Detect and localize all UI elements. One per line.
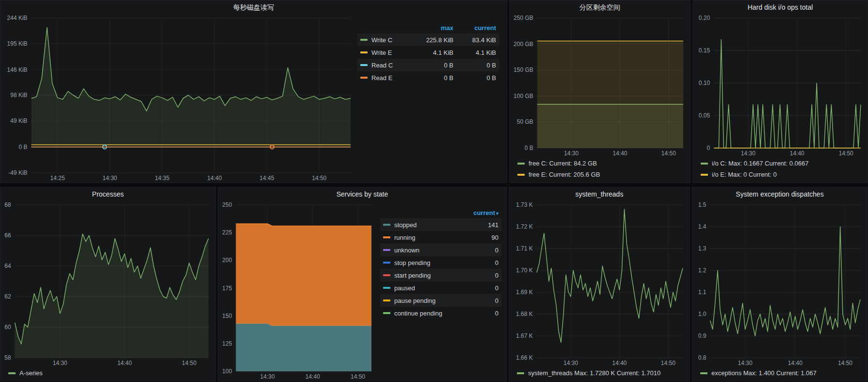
series-current-value: 0	[467, 247, 498, 254]
svg-text:14:40: 14:40	[612, 150, 627, 157]
svg-text:14:30: 14:30	[53, 360, 67, 366]
svg-text:14:50: 14:50	[351, 373, 365, 380]
series-swatch-icon	[700, 372, 707, 374]
legend-text: free E: Current: 205.6 GB	[529, 171, 600, 178]
legend-row-continue-pending[interactable]: continue pending 0	[380, 307, 501, 319]
legend-item-exceptions[interactable]: exceptions Max: 1.400 Current: 1.067	[700, 367, 861, 379]
legend-text: free C: Current: 84.2 GB	[529, 160, 597, 167]
legend-column-current[interactable]: current▾	[456, 209, 498, 216]
panel-title-partition-free[interactable]: 分区剩余空间	[510, 0, 690, 14]
panel-title-disk-io[interactable]: 每秒磁盘读写	[0, 0, 507, 14]
series-name-cell: Read C	[360, 62, 411, 69]
svg-text:1.2: 1.2	[698, 267, 707, 274]
series-label: paused	[394, 284, 415, 292]
services-legend-rows: stopped 141 running 90 unknown 0 stop	[380, 218, 501, 319]
svg-text:14:50: 14:50	[838, 360, 852, 366]
legend-row-start-pending[interactable]: start pending 0	[380, 269, 501, 282]
series-current-value: 0 B	[453, 74, 496, 82]
svg-text:14:45: 14:45	[259, 175, 274, 182]
services-by-state-chart[interactable]: 10012515017520022525014:3014:4014:50	[219, 201, 376, 381]
processes-chart[interactable]: 58606264666814:3014:4014:50	[1, 201, 213, 367]
legend-column-current[interactable]: current	[453, 24, 496, 32]
legend-item-free-c[interactable]: free C: Current: 84.2 GB	[517, 158, 684, 169]
disk-io-legend-rows: Write C 225.8 KiB 83.4 KiB Write E 4.1 K…	[357, 33, 499, 84]
svg-text:0 B: 0 B	[525, 145, 533, 151]
series-label: stop pending	[394, 259, 430, 266]
legend-column-max[interactable]: max	[411, 24, 453, 32]
legend-item-io-c[interactable]: i/o C: Max: 0.1667 Current: 0.0667	[701, 158, 862, 169]
series-label: Read E	[371, 74, 392, 82]
series-swatch-icon	[383, 312, 390, 314]
legend-row-read-c[interactable]: Read C 0 B 0 B	[357, 59, 499, 71]
panel-services-by-state: Services by state 1001251501752002252501…	[218, 187, 507, 382]
svg-text:1.3: 1.3	[698, 245, 707, 252]
legend-item-system-threads[interactable]: system_threads Max: 1.7280 K Current: 1.…	[517, 367, 684, 379]
legend-row-read-e[interactable]: Read E 0 B 0 B	[357, 71, 499, 84]
legend-row-write-e[interactable]: Write E 4.1 KiB 4.1 KiB	[357, 46, 499, 59]
svg-text:0 B: 0 B	[19, 144, 28, 150]
series-swatch-icon	[383, 299, 390, 301]
svg-text:125: 125	[222, 340, 232, 347]
svg-text:66: 66	[4, 232, 11, 239]
svg-text:14:30: 14:30	[738, 360, 753, 366]
legend-row-stopped[interactable]: stopped 141	[380, 218, 501, 231]
series-name-cell: stopped	[383, 221, 467, 229]
legend-row-write-c[interactable]: Write C 225.8 KiB 83.4 KiB	[357, 33, 499, 46]
legend-item-free-e[interactable]: free E: Current: 205.6 GB	[517, 169, 684, 180]
legend-item-io-e[interactable]: i/o E: Max: 0 Current: 0	[701, 169, 862, 180]
exception-dispatches-legend: exceptions Max: 1.400 Current: 1.067	[693, 367, 865, 381]
legend-row-stop-pending[interactable]: stop pending 0	[380, 256, 501, 269]
svg-text:100 GB: 100 GB	[514, 93, 533, 100]
svg-text:62: 62	[4, 293, 11, 300]
disk-io-chart[interactable]: -49 KiB0 B49 KiB98 KiB146 KiB195 KiB244 …	[1, 14, 355, 183]
legend-row-pause-pending[interactable]: pause pending 0	[380, 294, 501, 307]
series-swatch-icon	[517, 163, 525, 165]
panel-title-exception-dispatches[interactable]: System exception dispatches	[692, 187, 867, 201]
exception-dispatches-chart[interactable]: 0.80.91.01.11.21.31.41.514:3014:4014:50	[693, 201, 865, 367]
legend-row-running[interactable]: running 90	[380, 231, 501, 244]
svg-text:0: 0	[707, 145, 710, 151]
panel-disk-io-per-sec: 每秒磁盘读写 -49 KiB0 B49 KiB98 KiB146 KiB195 …	[0, 0, 507, 183]
series-current-value: 0	[467, 272, 498, 279]
series-name-cell: pause pending	[383, 297, 467, 304]
series-swatch-icon	[383, 287, 390, 289]
panel-title-processes[interactable]: Processes	[0, 187, 215, 201]
svg-text:0.20: 0.20	[699, 15, 710, 21]
svg-text:58: 58	[4, 354, 11, 361]
panel-body-services: 10012515017520022525014:3014:4014:50 cur…	[218, 201, 506, 381]
svg-text:1.4: 1.4	[698, 223, 707, 230]
svg-text:0.15: 0.15	[699, 47, 710, 54]
dashboard-row-top: 每秒磁盘读写 -49 KiB0 B49 KiB98 KiB146 KiB195 …	[0, 0, 868, 183]
svg-text:14:40: 14:40	[788, 360, 803, 366]
svg-text:244 KiB: 244 KiB	[7, 15, 28, 21]
series-name-cell: running	[383, 234, 467, 241]
partition-free-legend: free C: Current: 84.2 GB free E: Current…	[511, 158, 688, 183]
series-current-value: 0	[467, 284, 498, 292]
panel-body-disk-io: -49 KiB0 B49 KiB98 KiB146 KiB195 KiB244 …	[0, 14, 507, 183]
svg-text:225: 225	[222, 229, 232, 236]
series-swatch-icon	[360, 51, 368, 53]
legend-row-paused[interactable]: paused 0	[380, 282, 501, 294]
grafana-dashboard: 每秒磁盘读写 -49 KiB0 B49 KiB98 KiB146 KiB195 …	[0, 0, 868, 382]
sort-arrow-icon: ▾	[496, 211, 498, 216]
legend-row-unknown[interactable]: unknown 0	[380, 244, 501, 256]
panel-title-services-by-state[interactable]: Services by state	[218, 187, 506, 201]
series-max-value: 225.8 KiB	[411, 36, 453, 44]
panel-title-system-threads[interactable]: system_threads	[509, 187, 690, 201]
svg-text:14:40: 14:40	[117, 360, 132, 366]
series-label: pause pending	[394, 297, 435, 304]
hdd-io-ops-chart[interactable]: 00.050.100.150.2014:3014:4014:50	[694, 14, 866, 158]
svg-text:250 GB: 250 GB	[514, 15, 533, 21]
panel-body-processes: 58606264666814:3014:4014:50 A-series	[0, 201, 215, 381]
system-threads-chart[interactable]: 1.66 K1.67 K1.68 K1.69 K1.70 K1.71 K1.72…	[510, 201, 688, 367]
legend-text: system_threads Max: 1.7280 K Current: 1.…	[528, 369, 660, 377]
series-label: stopped	[394, 221, 417, 229]
svg-text:49 KiB: 49 KiB	[10, 117, 27, 124]
svg-text:175: 175	[222, 285, 232, 292]
legend-item-a-series[interactable]: A-series	[8, 367, 209, 379]
svg-text:0.8: 0.8	[698, 354, 707, 361]
partition-free-chart[interactable]: 0 B50 GB100 GB150 GB200 GB250 GB14:3014:…	[511, 14, 688, 158]
svg-text:150 GB: 150 GB	[514, 66, 533, 73]
series-max-value: 0 B	[411, 62, 453, 69]
panel-title-hdd-io-ops[interactable]: Hard disk i/o ops total	[693, 0, 868, 14]
